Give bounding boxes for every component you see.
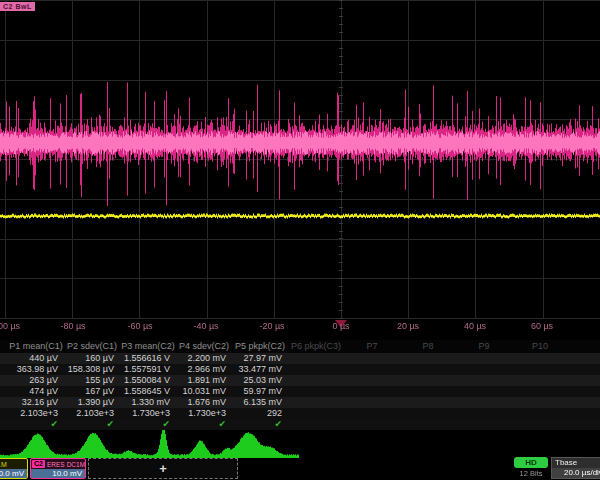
measure-min-p10	[512, 375, 568, 386]
measure-num-p3: 1.730e+3	[120, 408, 176, 419]
measure-max-p9	[456, 386, 512, 397]
measure-header-p8[interactable]: P8	[400, 340, 456, 353]
channel-c2-descriptor[interactable]: C2 ERES DC1M 10.0 mV	[30, 458, 86, 479]
measure-header-p3[interactable]: P3 mean(C2)	[120, 340, 176, 353]
measure-status-p10	[512, 419, 568, 430]
measure-header-p5[interactable]: P5 pkpk(C2)	[232, 340, 288, 353]
oscilloscope-screen: C2 BwL -100 µs-80 µs-60 µs-40 µs-20 µs0 …	[0, 0, 600, 480]
measure-max-p7	[344, 386, 400, 397]
c2-vdiv-value: 10.0 mV	[31, 469, 85, 478]
measure-status-p7	[344, 419, 400, 430]
measure-header-p10[interactable]: P10	[512, 340, 568, 353]
measure-mean-p5: 33.477 mV	[232, 364, 288, 375]
measure-min-p2: 155 µV	[64, 375, 120, 386]
timebase-value: 20.0 µs/div	[552, 468, 600, 478]
hd-bits-label: 12 Bits	[512, 469, 550, 478]
measure-status-p3: ✔	[120, 419, 176, 430]
time-axis-label-4: -20 µs	[259, 321, 284, 331]
measure-value-p9	[456, 353, 512, 364]
measure-min-p1: 263 µV	[8, 375, 64, 386]
c2-eres-label: ERES	[47, 461, 65, 468]
measure-num-p8	[400, 408, 456, 419]
measure-mean-p6	[288, 364, 344, 375]
measure-status-p5: ✔	[232, 419, 288, 430]
measure-num-p2: 2.103e+3	[64, 408, 120, 419]
timebase-title: Tbase	[552, 458, 600, 468]
time-axis-label-3: -40 µs	[193, 321, 218, 331]
c1-vdiv-value: 10.0 mV	[0, 469, 27, 478]
measure-status-p8	[400, 419, 456, 430]
add-trace-button[interactable]: +	[88, 458, 238, 479]
measure-header-p4[interactable]: P4 sdev(C2)	[176, 340, 232, 353]
measure-mean-p2: 158.308 µV	[64, 364, 120, 375]
measure-num-p9	[456, 408, 512, 419]
measure-sdev-p5: 6.135 mV	[232, 397, 288, 408]
hd-mode-badge[interactable]: HD	[514, 457, 548, 468]
time-axis: -100 µs-80 µs-60 µs-40 µs-20 µs0 µs20 µs…	[0, 321, 600, 335]
measure-status-p9	[456, 419, 512, 430]
measure-value-p4: 2.200 mV	[176, 353, 232, 364]
measure-min-p5: 25.03 mV	[232, 375, 288, 386]
measure-mean-p10	[512, 364, 568, 375]
time-axis-label-7: 40 µs	[464, 321, 486, 331]
c1-title-row: C1 DC1M	[0, 459, 27, 469]
measure-min-p8	[400, 375, 456, 386]
measure-num-p1: 2.103e+3	[8, 408, 64, 419]
measure-min-p6	[288, 375, 344, 386]
measure-header-p1[interactable]: P1 mean(C1)	[8, 340, 64, 353]
measure-status-p1: ✔	[8, 419, 64, 430]
measurement-table[interactable]: P1 mean(C1)P2 sdev(C1)P3 mean(C2)P4 sdev…	[0, 340, 600, 430]
measure-value-p8	[400, 353, 456, 364]
measure-min-p3: 1.550084 V	[120, 375, 176, 386]
measure-num-p4: 1.730e+3	[176, 408, 232, 419]
trace-annotation-badge: C2 BwL	[0, 2, 35, 11]
c2-title-row: C2 ERES DC1M	[31, 459, 85, 469]
measure-status-p6	[288, 419, 344, 430]
measure-value-p3: 1.556616 V	[120, 353, 176, 364]
measure-status-p2: ✔	[64, 419, 120, 430]
measure-sdev-p3: 1.330 mV	[120, 397, 176, 408]
measure-sdev-p10	[512, 397, 568, 408]
measure-sdev-p2: 1.390 µV	[64, 397, 120, 408]
time-axis-label-0: -100 µs	[0, 321, 20, 331]
time-axis-label-1: -80 µs	[60, 321, 85, 331]
measure-mean-p9	[456, 364, 512, 375]
measure-mean-p4: 2.966 mV	[176, 364, 232, 375]
c1-coupling-label: DC1M	[0, 461, 7, 468]
measure-value-p7	[344, 353, 400, 364]
timebase-descriptor[interactable]: Tbase 20.0 µs/div	[551, 457, 600, 479]
measure-value-p6	[288, 353, 344, 364]
measure-status-p4: ✔	[176, 419, 232, 430]
time-axis-label-2: -60 µs	[127, 321, 152, 331]
measure-value-p1: 440 µV	[8, 353, 64, 364]
measure-sdev-p1: 32.16 µV	[8, 397, 64, 408]
measure-max-p5: 59.97 mV	[232, 386, 288, 397]
measure-header-p2[interactable]: P2 sdev(C1)	[64, 340, 120, 353]
measure-num-p6	[288, 408, 344, 419]
c2-badge: C2	[32, 460, 45, 468]
time-axis-label-6: 20 µs	[397, 321, 419, 331]
measure-value-p2: 160 µV	[64, 353, 120, 364]
measure-header-p6[interactable]: P6 pkpk(C3)	[288, 340, 344, 353]
channel-c1-descriptor[interactable]: C1 DC1M 10.0 mV	[0, 458, 28, 479]
measure-mean-p7	[344, 364, 400, 375]
time-axis-label-5: 0 µs	[332, 321, 349, 331]
measure-max-p3: 1.558645 V	[120, 386, 176, 397]
measure-sdev-p6	[288, 397, 344, 408]
measure-num-p5: 292	[232, 408, 288, 419]
measure-value-p10	[512, 353, 568, 364]
measure-num-p10	[512, 408, 568, 419]
measure-sdev-p4: 1.676 mV	[176, 397, 232, 408]
measure-num-p7	[344, 408, 400, 419]
measure-min-p7	[344, 375, 400, 386]
measure-header-p7[interactable]: P7	[344, 340, 400, 353]
measure-header-p9[interactable]: P9	[456, 340, 512, 353]
measure-sdev-p9	[456, 397, 512, 408]
measure-min-p4: 1.891 mV	[176, 375, 232, 386]
measure-max-p1: 474 µV	[8, 386, 64, 397]
measure-sdev-p7	[344, 397, 400, 408]
c2-coupling-label: DC1M	[67, 461, 85, 468]
measure-max-p2: 167 µV	[64, 386, 120, 397]
measure-mean-p8	[400, 364, 456, 375]
measure-max-p4: 10.031 mV	[176, 386, 232, 397]
